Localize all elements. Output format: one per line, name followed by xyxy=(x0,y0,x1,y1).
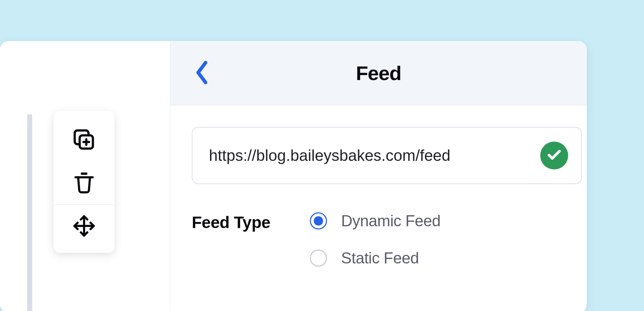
config-body: Feed Type Dynamic Feed Static Feed xyxy=(170,105,587,267)
svg-rect-1 xyxy=(81,172,87,175)
move-icon xyxy=(71,213,97,240)
radio-dot-icon xyxy=(314,216,323,226)
app-window: Feed Feed Type xyxy=(0,41,587,311)
move-button[interactable] xyxy=(54,205,114,248)
feed-url-field[interactable] xyxy=(192,127,582,184)
config-panel: Feed Feed Type xyxy=(170,41,587,311)
feed-type-label: Feed Type xyxy=(192,212,270,232)
feed-type-option-static[interactable]: Static Feed xyxy=(310,249,441,267)
duplicate-icon xyxy=(71,127,97,154)
radio-label: Static Feed xyxy=(341,249,419,267)
feed-type-option-dynamic[interactable]: Dynamic Feed xyxy=(310,212,441,230)
trash-icon xyxy=(71,170,97,197)
chevron-left-icon xyxy=(195,60,210,86)
config-header: Feed xyxy=(170,41,587,105)
feed-type-section: Feed Type Dynamic Feed Static Feed xyxy=(192,212,565,267)
canvas-selection-bar[interactable] xyxy=(27,114,32,311)
back-button[interactable] xyxy=(192,59,213,88)
feed-type-radio-group: Dynamic Feed Static Feed xyxy=(310,212,441,267)
element-toolbar xyxy=(54,111,114,253)
radio-indicator xyxy=(310,250,327,267)
radio-indicator xyxy=(310,212,327,229)
check-icon xyxy=(546,147,562,164)
page-title: Feed xyxy=(170,61,587,85)
valid-badge xyxy=(540,142,568,169)
radio-label: Dynamic Feed xyxy=(341,212,441,230)
delete-button[interactable] xyxy=(54,162,114,204)
duplicate-button[interactable] xyxy=(54,119,114,162)
feed-url-input[interactable] xyxy=(209,147,530,164)
